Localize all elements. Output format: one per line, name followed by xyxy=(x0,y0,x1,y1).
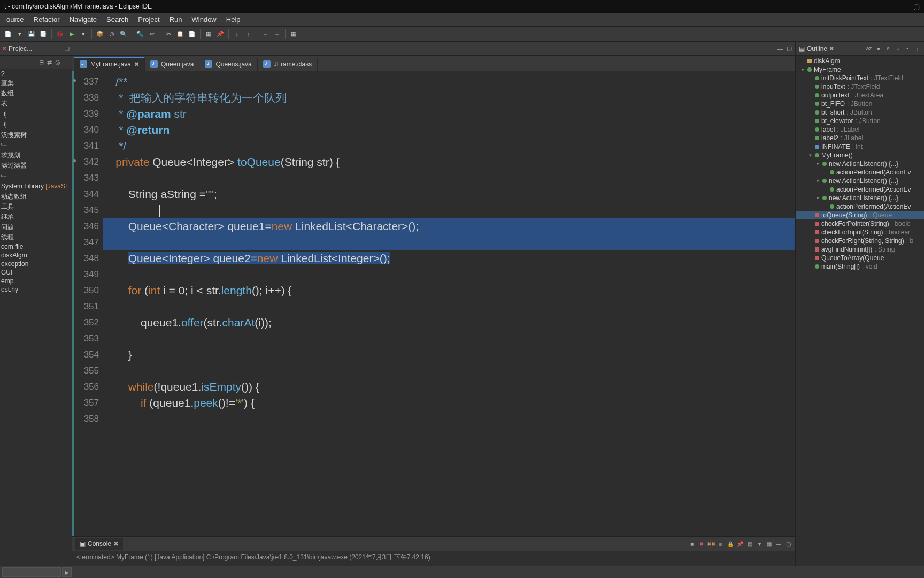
open-type-icon[interactable]: 🔍 xyxy=(119,29,128,39)
focus-icon[interactable]: ◎ xyxy=(55,59,60,66)
tree-item[interactable]: 线程 xyxy=(0,232,72,242)
terminate-icon[interactable]: ■ xyxy=(688,540,696,547)
minimize-icon[interactable]: — xyxy=(777,45,783,52)
tree-item[interactable]: GUI xyxy=(0,268,72,277)
minimize-icon[interactable]: — xyxy=(56,45,62,52)
maximize-icon[interactable]: ▢ xyxy=(64,45,70,52)
editor-tab[interactable]: JFrame.class xyxy=(258,58,318,71)
open-console-icon[interactable]: ▾ xyxy=(756,540,763,547)
minimize-button[interactable]: — xyxy=(898,3,905,11)
prev-annotation-icon[interactable]: ↑ xyxy=(244,29,253,39)
tree-item[interactable]: 问题 xyxy=(0,222,72,232)
outline-item[interactable]: actionPerformed(ActionEv xyxy=(796,185,924,194)
outline-item[interactable]: checkForRight(String, String) : b xyxy=(796,237,924,245)
quick-access-go-button[interactable]: ▶ xyxy=(62,567,72,577)
tree-item[interactable]: est.hy xyxy=(0,285,72,294)
menu-window[interactable]: Window xyxy=(188,14,221,25)
new-package-icon[interactable]: 📦 xyxy=(95,29,105,39)
sort-icon[interactable]: az xyxy=(865,45,873,52)
new-console-icon[interactable]: ▦ xyxy=(765,540,773,547)
remove-all-icon[interactable]: ✖✖ xyxy=(707,540,715,547)
menu-help[interactable]: Help xyxy=(222,14,245,25)
menu-search[interactable]: Search xyxy=(102,14,133,25)
quick-access-input[interactable] xyxy=(2,567,61,577)
new-icon[interactable]: 📄 xyxy=(3,29,13,39)
tree-item[interactable]: 求规划 xyxy=(0,150,72,161)
cut-icon[interactable]: ✂ xyxy=(164,29,173,39)
outline-item[interactable]: checkForPointer(String) : boole xyxy=(796,219,924,228)
paste-icon[interactable]: 📄 xyxy=(187,29,197,39)
remove-launch-icon[interactable]: ✖ xyxy=(698,540,705,547)
outline-item[interactable]: initDiskPointText : JTextField xyxy=(796,74,924,82)
outline-item[interactable]: bt_short : JButton xyxy=(796,108,924,117)
code-editor[interactable]: /** * 把输入的字符串转化为一个队列 * @param str * @ret… xyxy=(103,71,795,536)
editor-tab[interactable]: Queen.java xyxy=(145,58,199,71)
menu-refactor[interactable]: Refactor xyxy=(29,14,64,25)
menu-navigate[interactable]: Navigate xyxy=(65,14,101,25)
outline-item[interactable]: ▾new ActionListener() {...} xyxy=(796,194,924,202)
pin-console-icon[interactable]: 📌 xyxy=(736,540,744,547)
debug-icon[interactable]: 🐞 xyxy=(55,29,65,39)
menu-project[interactable]: Project xyxy=(134,14,164,25)
maximize-button[interactable]: ▢ xyxy=(913,3,920,11)
outline-item[interactable]: QueueToArray(Queue xyxy=(796,254,924,262)
outline-item[interactable]: actionPerformed(ActionEv xyxy=(796,202,924,211)
tree-item[interactable]: 刂 xyxy=(0,120,72,130)
run-config-icon[interactable]: ▾ xyxy=(79,29,88,39)
outline-item[interactable]: ▾new ActionListener() {...} xyxy=(796,177,924,185)
tree-item[interactable]: 查集 xyxy=(0,78,72,88)
tree-item[interactable]: diskAlgm xyxy=(0,251,72,260)
new-class-icon[interactable]: © xyxy=(107,29,117,39)
forward-icon[interactable]: → xyxy=(272,29,282,39)
outline-item[interactable]: actionPerformed(ActionEv xyxy=(796,168,924,177)
editor-tab[interactable]: Queens.java xyxy=(199,58,257,71)
outline-item[interactable]: ▾new ActionListener() {...} xyxy=(796,159,924,168)
run-icon[interactable]: ▶ xyxy=(67,29,76,39)
clear-icon[interactable]: 🗑 xyxy=(717,540,725,547)
tree-item[interactable]: emp xyxy=(0,277,72,285)
outline-item[interactable]: ▾MyFrame() xyxy=(796,151,924,159)
tree-item[interactable]: 汉搜索树 xyxy=(0,130,72,140)
copy-icon[interactable]: 📋 xyxy=(175,29,185,39)
back-icon[interactable]: ← xyxy=(260,29,270,39)
tree-item[interactable]: 刂 xyxy=(0,110,72,120)
outline-item[interactable]: checkForInput(String) : boolear xyxy=(796,228,924,237)
tree-item[interactable]: System Library [JavaSE xyxy=(0,182,72,191)
outline-tree[interactable]: diskAlgm▾MyFrameinitDiskPointText : JTex… xyxy=(796,56,924,566)
outline-item[interactable]: toQueue(String) : Queue xyxy=(796,211,924,219)
perspective-icon[interactable]: ▦ xyxy=(289,29,298,39)
editor-tab[interactable]: MyFrame.java✖ xyxy=(74,57,145,71)
outline-item[interactable]: inpuText : JTextField xyxy=(796,82,924,91)
next-annotation-icon[interactable]: ↓ xyxy=(232,29,242,39)
menu-run[interactable]: Run xyxy=(165,14,187,25)
chevron-down-icon[interactable]: ▾ xyxy=(15,29,25,39)
tree-item[interactable]: 表 xyxy=(0,98,72,109)
project-tree[interactable]: ?查集数组表刂刂汉搜索树﹂求规划滤过滤器﹂System Library [Jav… xyxy=(0,69,72,566)
maximize-icon[interactable]: ▢ xyxy=(784,540,792,547)
tree-item[interactable]: 动态数组 xyxy=(0,192,72,202)
display-icon[interactable]: ▤ xyxy=(746,540,753,547)
outline-item[interactable]: ▾MyFrame xyxy=(796,65,924,74)
outline-item[interactable]: bt_FIFO : JButton xyxy=(796,100,924,108)
link-editor-icon[interactable]: ⇄ xyxy=(47,59,52,66)
pin-icon[interactable]: 📌 xyxy=(215,29,225,39)
outline-item[interactable]: outpuText : JTextArea xyxy=(796,91,924,100)
outline-item[interactable]: diskAlgm xyxy=(796,57,924,65)
tree-item[interactable]: 工具 xyxy=(0,202,72,212)
hide-non-public-icon[interactable]: ○ xyxy=(894,45,902,52)
close-icon[interactable]: ✖ xyxy=(134,61,139,68)
tree-item[interactable]: com.file xyxy=(0,242,72,251)
menu-ource[interactable]: ource xyxy=(2,14,28,25)
hide-local-icon[interactable]: • xyxy=(904,45,911,52)
tree-item[interactable]: ﹂ xyxy=(0,172,72,182)
search-icon[interactable]: 🔦 xyxy=(135,29,145,39)
close-icon[interactable]: ✖ xyxy=(113,540,119,547)
outline-item[interactable]: bt_elevator : JButton xyxy=(796,117,924,125)
tree-item[interactable]: 滤过滤器 xyxy=(0,161,72,171)
console-tab[interactable]: ▣ Console ✖ xyxy=(75,538,123,550)
hide-static-icon[interactable]: s xyxy=(884,45,892,52)
collapse-all-icon[interactable]: ⊟ xyxy=(39,59,44,66)
toggle-breadcrumb-icon[interactable]: ▦ xyxy=(204,29,213,39)
tree-item[interactable]: ? xyxy=(0,70,72,78)
outline-item[interactable]: label : JLabel xyxy=(796,125,924,134)
